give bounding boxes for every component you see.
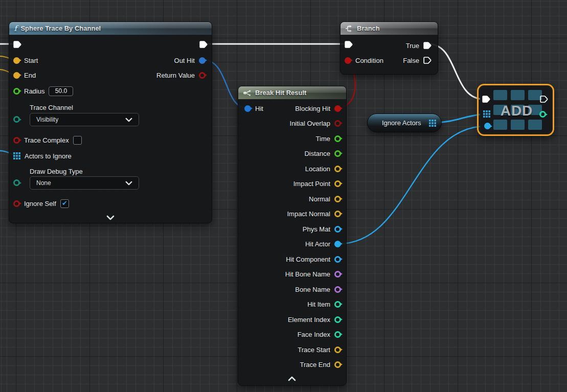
break-struct-icon bbox=[243, 89, 252, 97]
node-header[interactable]: Branch bbox=[341, 22, 438, 35]
pin-label: Normal bbox=[309, 195, 330, 203]
exec-in-pin[interactable] bbox=[13, 40, 21, 49]
radius-value-field[interactable]: 50.0 bbox=[49, 86, 73, 96]
array-pattern-square bbox=[511, 90, 525, 100]
node-header[interactable]: f Sphere Trace By Channel bbox=[9, 22, 212, 35]
pin-impact-point[interactable] bbox=[334, 180, 341, 187]
pin-label: False bbox=[403, 57, 419, 64]
pin-label: Draw Debug Type bbox=[30, 168, 83, 175]
pin-label: True bbox=[406, 42, 419, 50]
pin-label: Location bbox=[305, 165, 330, 173]
pin-label: Condition bbox=[355, 57, 383, 64]
pin-label: Trace Channel bbox=[30, 104, 73, 111]
pin-end[interactable] bbox=[13, 72, 20, 79]
pin-phys-mat[interactable] bbox=[334, 226, 341, 233]
pin-bone-name[interactable] bbox=[334, 286, 341, 293]
pin-label: Phys Mat bbox=[303, 225, 330, 233]
exec-out-pin[interactable] bbox=[540, 95, 548, 103]
pin-label: Impact Point bbox=[293, 180, 330, 188]
pin-trace-start[interactable] bbox=[334, 347, 341, 353]
pin-blocking-hit[interactable] bbox=[334, 105, 341, 112]
trace-channel-dropdown[interactable]: Visibility bbox=[30, 113, 139, 126]
array-pattern-square bbox=[511, 120, 525, 130]
pin-hit-item[interactable] bbox=[334, 301, 341, 308]
variable-node-ignore-actors[interactable]: Ignore Actors bbox=[367, 113, 442, 132]
node-break-hit-result[interactable]: Break Hit Result Hit Blocking Hit Initia… bbox=[238, 86, 347, 386]
pin-trace-end[interactable] bbox=[334, 361, 341, 368]
branch-icon bbox=[345, 25, 353, 33]
pin-initial-overlap[interactable] bbox=[334, 120, 341, 127]
trace-complex-checkbox[interactable] bbox=[73, 136, 82, 145]
pin-return-value[interactable] bbox=[199, 72, 206, 79]
pin-out-hit[interactable] bbox=[199, 57, 206, 64]
pin-draw-debug-type[interactable] bbox=[13, 179, 20, 186]
false-exec-out-pin[interactable] bbox=[423, 56, 432, 64]
pin-element-index[interactable] bbox=[334, 316, 341, 323]
true-exec-out-pin[interactable] bbox=[423, 41, 432, 50]
pin-time[interactable] bbox=[334, 135, 341, 142]
node-sphere-trace-by-channel[interactable]: f Sphere Trace By Channel Start End Radi… bbox=[9, 21, 212, 223]
pin-label: Trace Complex bbox=[24, 136, 69, 144]
pin-label: Radius bbox=[24, 87, 44, 95]
exec-in-pin[interactable] bbox=[345, 40, 353, 49]
pin-label: Distance bbox=[304, 150, 330, 157]
node-title: Break Hit Result bbox=[255, 89, 306, 97]
pin-hit-component[interactable] bbox=[334, 256, 341, 263]
array-pattern-square bbox=[493, 90, 507, 100]
draw-debug-type-dropdown[interactable]: None bbox=[30, 176, 139, 190]
chevron-down-icon bbox=[125, 118, 132, 122]
pin-start[interactable] bbox=[13, 57, 20, 64]
pin-label: Element Index bbox=[288, 316, 330, 324]
pin-label: Hit Item bbox=[307, 301, 330, 308]
pin-label: Start bbox=[24, 57, 38, 64]
ignore-self-checkbox[interactable] bbox=[60, 199, 69, 208]
array-pattern-square bbox=[528, 120, 542, 130]
pin-label: Hit Actor bbox=[305, 240, 330, 248]
expand-advanced-pins-chevron-icon[interactable] bbox=[106, 215, 115, 220]
pin-label: Impact Normal bbox=[287, 210, 330, 218]
pin-normal[interactable] bbox=[334, 196, 341, 202]
function-icon: f bbox=[14, 24, 17, 33]
pin-ignore-self[interactable] bbox=[13, 200, 20, 207]
node-title: Branch bbox=[357, 25, 380, 32]
new-item-pin[interactable] bbox=[484, 123, 491, 129]
pin-radius[interactable] bbox=[13, 88, 20, 95]
pin-label: Time bbox=[316, 135, 330, 143]
blueprint-graph-canvas[interactable]: f Sphere Trace By Channel Start End Radi… bbox=[0, 0, 567, 392]
pin-label: End bbox=[24, 72, 36, 79]
pin-label: Hit bbox=[255, 105, 263, 112]
exec-out-pin[interactable] bbox=[199, 40, 208, 49]
pin-hit-bone-name[interactable] bbox=[334, 271, 341, 278]
collapse-pins-chevron-icon[interactable] bbox=[288, 376, 296, 381]
pin-label: Blocking Hit bbox=[295, 105, 330, 112]
pin-label: Hit Bone Name bbox=[285, 270, 330, 278]
pin-label: Trace End bbox=[300, 361, 331, 368]
pin-label: Trace Start bbox=[298, 346, 330, 354]
pin-trace-complex[interactable] bbox=[13, 137, 20, 144]
pin-label: Ignore Self bbox=[24, 200, 56, 207]
index-out-pin[interactable] bbox=[539, 111, 546, 118]
add-node-label: ADD bbox=[492, 103, 541, 119]
dropdown-value: None bbox=[36, 179, 51, 187]
node-header[interactable]: Break Hit Result bbox=[238, 86, 346, 99]
pin-label: Face Index bbox=[298, 331, 330, 338]
node-add-array[interactable]: ADD bbox=[480, 87, 551, 133]
node-add-selected[interactable]: ADD bbox=[477, 84, 554, 136]
pin-hit-actor[interactable] bbox=[334, 241, 341, 247]
dropdown-value: Visibility bbox=[36, 116, 58, 123]
ignore-actors-array-pin[interactable] bbox=[429, 120, 436, 127]
node-branch[interactable]: Branch Condition True False bbox=[340, 21, 438, 75]
pin-label: Bone Name bbox=[295, 286, 330, 293]
chevron-down-icon bbox=[125, 181, 132, 186]
pin-impact-normal[interactable] bbox=[334, 211, 341, 217]
pin-trace-channel[interactable] bbox=[13, 116, 20, 123]
pin-distance[interactable] bbox=[334, 150, 341, 157]
target-array-pin[interactable] bbox=[483, 110, 490, 118]
pin-hit[interactable] bbox=[244, 105, 251, 112]
pin-face-index[interactable] bbox=[334, 331, 341, 338]
pin-label: Return Value bbox=[156, 72, 195, 79]
pin-location[interactable] bbox=[334, 166, 341, 172]
actors-to-ignore-array-pin[interactable] bbox=[13, 152, 20, 159]
pin-condition[interactable] bbox=[345, 57, 351, 64]
exec-in-pin[interactable] bbox=[482, 95, 490, 103]
